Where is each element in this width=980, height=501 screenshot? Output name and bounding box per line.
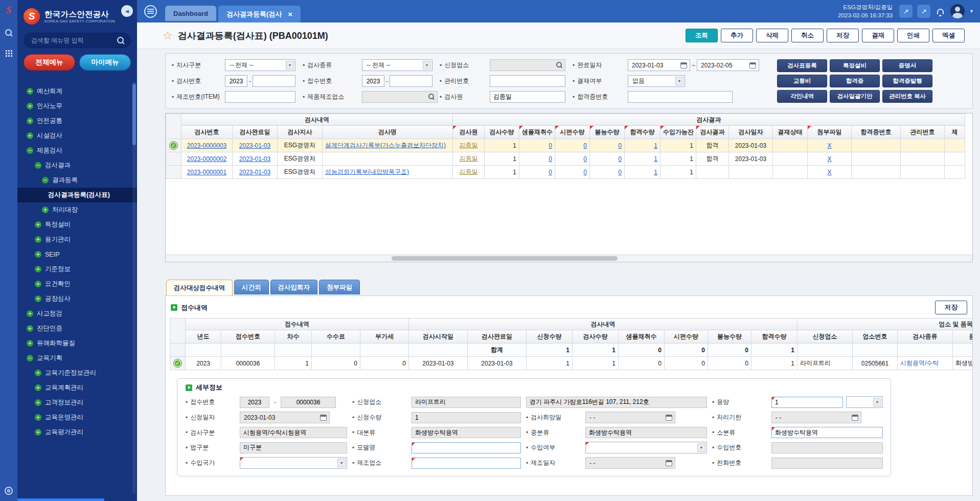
deadline-date[interactable]: - - [771,412,861,423]
filter-action-button[interactable]: 합격증 [830,75,880,87]
save-button[interactable]: 저장 [935,301,967,314]
grid-cell[interactable] [797,344,853,357]
grid-cell[interactable]: 0 [360,357,409,370]
sidebar-collapse-button[interactable]: ◀ [121,5,133,17]
external-link-icon[interactable]: ↗ [899,5,913,18]
cell-link[interactable]: 성능검정기록부(내압방폭구조) [325,168,409,175]
cell-link[interactable]: 2023-01-03 [239,155,270,163]
grid-cell[interactable]: 합격 [696,139,729,152]
grid-cell[interactable]: X [808,166,852,179]
summary-row[interactable]: 합계110001 [170,344,973,357]
sidebar-item[interactable]: +교육기준정보관리 [17,366,137,380]
hamburger-menu-icon[interactable] [144,5,157,18]
grid-cell[interactable]: 0 [708,344,751,357]
expand-plus-icon[interactable]: + [35,221,41,228]
grid-cell[interactable]: 1 [527,344,573,357]
grid-cell[interactable]: 1 [660,166,696,179]
column-header[interactable]: 검사일자 [729,126,773,139]
sidebar-item[interactable]: +고객정보관리 [17,395,137,410]
collapse-minus-icon[interactable]: − [35,162,41,169]
manage-no-input[interactable] [490,75,565,87]
grid-cell[interactable] [852,139,901,152]
notification-bell-icon[interactable] [937,9,944,14]
sidebar-item[interactable]: +인사노무 [17,99,137,113]
favorite-star-icon[interactable]: ☆ [163,30,173,41]
column-header[interactable]: 수수료 [312,330,360,344]
grid-cell[interactable]: 1 [660,152,696,166]
search-icon[interactable] [556,62,563,69]
complete-to-date[interactable]: 2023-02-05 [697,59,759,71]
grid-cell[interactable]: 0 [590,166,625,179]
collapse-minus-icon[interactable]: − [27,355,33,361]
horizontal-scrollbar-thumb[interactable] [392,256,618,261]
column-header[interactable]: 합격증번호 [852,126,901,139]
search-icon[interactable] [428,94,435,100]
grid-cell[interactable]: 0 [665,344,708,357]
sidebar-horizontal-scrollbar[interactable] [17,498,104,501]
cell-link[interactable]: 김종일 [460,155,478,162]
table-row[interactable]: ✓2023-00000032023-01-03ESG경영처설계단계검사기록부(가… [166,139,965,152]
column-header[interactable]: 검사수량 [573,330,619,344]
column-header[interactable]: 검사완료일 [468,330,527,344]
sidebar-item[interactable]: −결과등록 [17,173,137,188]
expand-plus-icon[interactable]: + [27,103,33,109]
grid-cell[interactable] [945,152,965,166]
filter-action-button[interactable]: 검사표등록 [777,59,827,72]
import-country-select[interactable]: ▼ [240,457,347,469]
grid-cell[interactable] [696,166,729,179]
grid-cell[interactable]: 0 [708,357,751,370]
column-header[interactable]: 신청업소 [797,330,853,344]
grid-cell[interactable]: 2023 [186,357,221,370]
expand-plus-icon[interactable]: + [35,370,41,376]
grid-cell[interactable]: ESG경영처 [278,139,323,152]
grid-cell[interactable] [945,166,965,179]
grid-cell[interactable]: 1 [751,344,797,357]
cell-link[interactable]: 0 [549,142,552,149]
calendar-icon[interactable] [852,415,858,421]
grid-cell[interactable]: 2023-01-03 [729,152,773,166]
grid-cell[interactable]: 1 [625,166,660,179]
grid-cell[interactable]: 2023-01-03 [468,357,527,370]
grid-cell[interactable]: 시험용역/수탁 [898,357,953,370]
filter-action-button[interactable]: 교통비 [777,75,827,87]
sidebar-item[interactable]: +예산회계 [17,84,137,99]
receipt-no-seq-input[interactable] [390,75,432,87]
maker-input[interactable] [412,458,521,469]
grid-cell[interactable]: 0 [555,139,590,152]
column-header[interactable]: 관리번호 [901,126,945,139]
column-header[interactable]: 샘플채취수 [619,330,665,344]
grid-cell[interactable] [409,344,468,357]
sidebar-item[interactable]: +안전공통 [17,113,137,128]
column-header[interactable]: 검사번호 [181,126,233,139]
grid-cell[interactable] [852,152,901,166]
import-no-input[interactable] [771,442,883,453]
column-header[interactable]: 차수 [275,330,312,344]
grid-cell[interactable]: 0 [519,152,555,166]
menu-search-icon[interactable] [117,37,125,44]
column-header[interactable]: 시편수량 [665,330,708,344]
grid-cell[interactable]: 1 [485,152,519,166]
grid-cell[interactable]: 김종일 [453,152,485,166]
cell-link[interactable]: X [827,169,831,176]
grid-cell[interactable]: 0 [619,344,665,357]
grid-cell[interactable]: 0 [555,166,590,179]
apply-date-date[interactable]: 2023-01-03 [240,412,330,423]
collapse-minus-icon[interactable]: − [42,177,49,184]
calendar-icon[interactable] [680,62,687,69]
chevron-down-icon[interactable]: ▼ [969,9,974,14]
sidebar-item[interactable]: +특정설비 [17,217,137,232]
column-header[interactable]: 합격수량 [625,126,660,139]
my-menu-button[interactable]: 마이메뉴 [79,54,131,71]
grid-cell[interactable]: 0 [519,139,555,152]
receipt-no-input[interactable] [240,397,269,408]
cell-link[interactable]: 2023-0000002 [187,155,226,163]
grid-cell[interactable] [729,166,773,179]
filter-action-button[interactable]: 증명서 [882,59,932,72]
cell-link[interactable]: 0 [618,169,622,176]
sidebar-item[interactable]: −제품검사 [17,143,137,158]
grid-cell[interactable] [945,139,965,152]
search-icon[interactable] [5,29,13,37]
grid-cell[interactable] [221,344,275,357]
import-yn-select[interactable]: ▼ [585,442,707,453]
cell-link[interactable]: 0 [549,155,552,163]
